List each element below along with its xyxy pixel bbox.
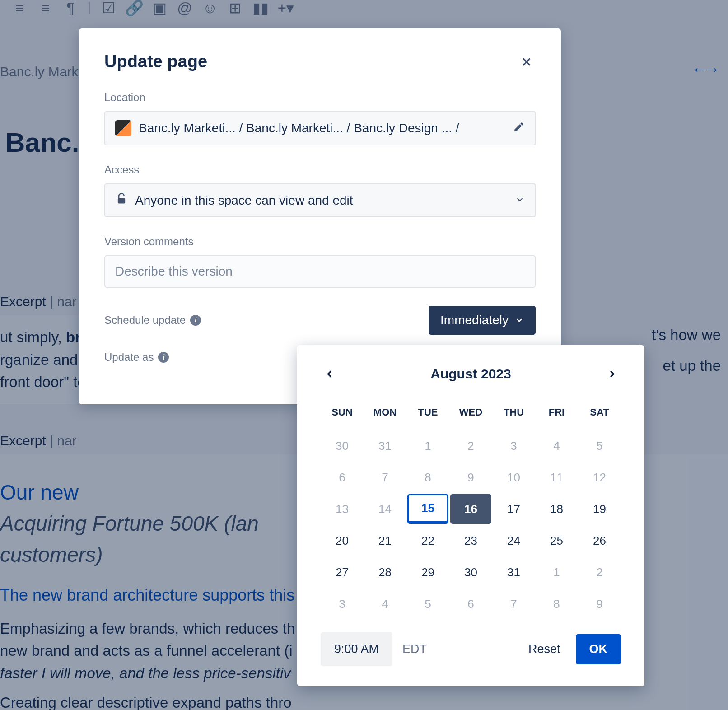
next-month-button[interactable]	[603, 365, 621, 383]
version-comments-label: Version comments	[104, 235, 536, 248]
calendar-dow: TUE	[406, 400, 449, 430]
calendar-day: 9	[579, 589, 620, 619]
calendar-dow: WED	[449, 400, 492, 430]
reset-button[interactable]: Reset	[523, 636, 566, 663]
calendar-grid: SUNMONTUEWEDTHUFRISAT3031123456789101112…	[321, 400, 621, 620]
location-field[interactable]: Banc.ly Marketi... / Banc.ly Marketi... …	[104, 111, 536, 145]
calendar-month-label: August 2023	[430, 366, 511, 382]
dialog-title: Update page	[104, 52, 207, 71]
calendar-day[interactable]: 20	[322, 526, 363, 556]
calendar-day: 1	[407, 431, 448, 461]
calendar-day[interactable]: 21	[364, 526, 406, 556]
calendar-day[interactable]: 28	[364, 557, 406, 587]
unlock-icon	[115, 192, 128, 208]
location-label: Location	[104, 91, 536, 104]
calendar-day: 7	[364, 462, 406, 492]
calendar-day: 31	[364, 431, 406, 461]
time-input[interactable]: 9:00 AM	[321, 632, 392, 666]
info-icon[interactable]: i	[158, 352, 169, 363]
prev-month-button[interactable]	[321, 365, 339, 383]
access-field[interactable]: Anyone in this space can view and edit	[104, 183, 536, 217]
calendar-day: 5	[579, 431, 620, 461]
calendar-day: 4	[536, 431, 577, 461]
calendar-day[interactable]: 16	[450, 494, 491, 524]
info-icon[interactable]: i	[190, 315, 201, 326]
pencil-icon[interactable]	[513, 121, 525, 136]
calendar-dow: MON	[364, 400, 406, 430]
calendar-day: 5	[407, 589, 448, 619]
calendar-day: 1	[536, 557, 577, 587]
calendar-day: 7	[493, 589, 534, 619]
calendar-day: 14	[364, 494, 406, 524]
calendar-day: 3	[493, 431, 534, 461]
access-value: Anyone in this space can view and edit	[135, 193, 353, 208]
calendar-day: 6	[322, 462, 363, 492]
schedule-dropdown-button[interactable]: Immediately	[429, 306, 536, 335]
calendar-day[interactable]: 29	[407, 557, 448, 587]
calendar-day[interactable]: 30	[450, 557, 491, 587]
calendar-day: 30	[322, 431, 363, 461]
calendar-dow: FRI	[535, 400, 578, 430]
calendar-day: 13	[322, 494, 363, 524]
calendar-day[interactable]: 23	[450, 526, 491, 556]
calendar-day: 11	[536, 462, 577, 492]
calendar-day[interactable]: 27	[322, 557, 363, 587]
schedule-update-label: Schedule update i	[104, 314, 201, 327]
calendar-day[interactable]: 24	[493, 526, 534, 556]
calendar-day[interactable]: 22	[407, 526, 448, 556]
calendar-day: 10	[493, 462, 534, 492]
calendar-day: 8	[536, 589, 577, 619]
svg-rect-0	[118, 198, 125, 204]
calendar-day[interactable]: 31	[493, 557, 534, 587]
chevron-down-icon	[515, 193, 525, 208]
calendar-day: 3	[322, 589, 363, 619]
ok-button[interactable]: OK	[576, 634, 621, 664]
timezone-label: EDT	[402, 642, 427, 656]
calendar-day: 2	[450, 431, 491, 461]
calendar-day: 8	[407, 462, 448, 492]
calendar-day: 12	[579, 462, 620, 492]
close-button[interactable]	[518, 53, 536, 71]
version-comments-field[interactable]	[104, 255, 536, 288]
location-path: Banc.ly Marketi... / Banc.ly Marketi... …	[139, 121, 459, 135]
version-comments-input[interactable]	[115, 264, 525, 279]
calendar-day: 4	[364, 589, 406, 619]
access-label: Access	[104, 163, 536, 176]
calendar-day: 9	[450, 462, 491, 492]
calendar-day[interactable]: 25	[536, 526, 577, 556]
calendar-day[interactable]: 19	[579, 494, 620, 524]
calendar-dow: SAT	[578, 400, 621, 430]
calendar-dow: THU	[492, 400, 535, 430]
space-icon	[115, 120, 131, 136]
date-picker-popover: August 2023 SUNMONTUEWEDTHUFRISAT3031123…	[297, 345, 644, 686]
calendar-day[interactable]: 18	[536, 494, 577, 524]
calendar-day[interactable]: 26	[579, 526, 620, 556]
calendar-day: 2	[579, 557, 620, 587]
calendar-day[interactable]: 17	[493, 494, 534, 524]
calendar-day: 6	[450, 589, 491, 619]
calendar-day[interactable]: 15	[407, 494, 448, 524]
update-as-label: Update as i	[104, 351, 169, 364]
calendar-dow: SUN	[321, 400, 364, 430]
